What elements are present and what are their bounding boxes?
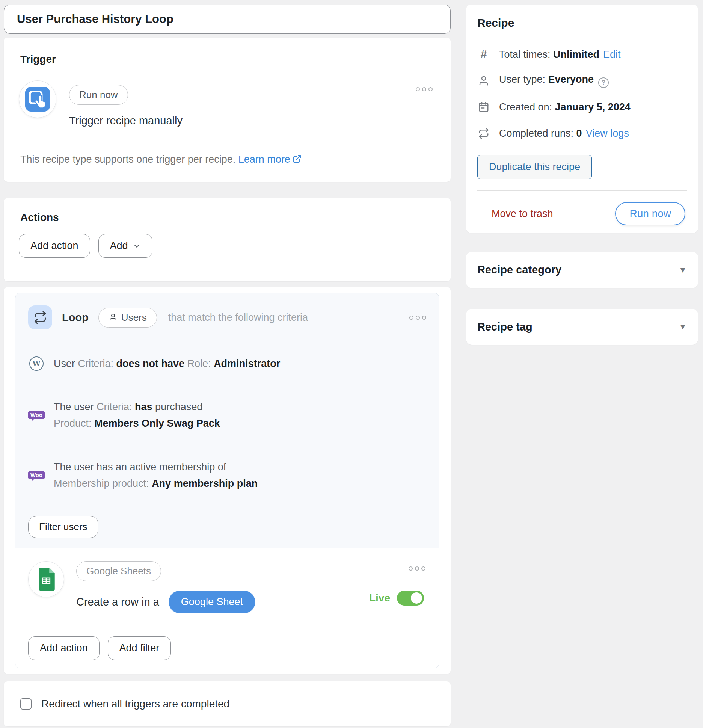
loop-criteria-row-purchase[interactable]: Woo The user Criteria: has purchased Pro…	[15, 385, 439, 445]
wordpress-icon: W	[29, 356, 44, 371]
woocommerce-icon: Woo	[28, 411, 45, 419]
loop-footer-buttons: Add action Add filter	[28, 636, 426, 660]
help-icon[interactable]: ?	[598, 77, 609, 88]
actions-heading: Actions	[20, 211, 434, 224]
add-dropdown-button[interactable]: Add	[98, 234, 152, 258]
google-sheets-icon	[38, 568, 55, 591]
trigger-summary: Run now Trigger recipe manually	[69, 80, 183, 127]
caret-down-icon: ▼	[679, 265, 687, 275]
google-sheets-avatar	[28, 561, 64, 597]
move-to-trash-link[interactable]: Move to trash	[492, 208, 553, 220]
manual-trigger-icon	[25, 87, 50, 112]
recipe-category-heading: Recipe category	[477, 264, 561, 276]
loop-users-label: Users	[121, 312, 147, 323]
loop-subtitle: that match the following criteria	[168, 312, 308, 323]
user-icon	[477, 75, 490, 86]
meta-created-on: Created on: January 5, 2024	[477, 94, 687, 120]
google-sheets-integration-badge: Google Sheets	[76, 561, 161, 581]
loop-add-filter-button[interactable]: Add filter	[108, 636, 171, 660]
trigger-title: Trigger recipe manually	[69, 115, 183, 127]
duplicate-recipe-button[interactable]: Duplicate this recipe	[477, 155, 592, 179]
actions-buttons-row: Add action Add	[19, 234, 436, 258]
loop-action-card: Loop Users that match the following crit…	[4, 287, 451, 674]
criteria-text: The user has an active membership of Mem…	[54, 459, 258, 492]
loop-users-pill[interactable]: Users	[98, 308, 157, 328]
recipe-title-input[interactable]	[4, 5, 451, 34]
sidebar-divider	[477, 190, 687, 191]
caret-down-icon: ▼	[679, 322, 687, 332]
view-logs-link[interactable]: View logs	[586, 128, 629, 139]
loop-card: Loop Users that match the following crit…	[15, 293, 439, 668]
external-link-icon	[293, 154, 302, 163]
hash-icon: #	[477, 48, 490, 61]
redirect-label: Redirect when all triggers are completed	[41, 698, 229, 710]
repeat-icon	[477, 128, 490, 139]
loop-criteria-row-role[interactable]: W User Criteria: does not have Role: Adm…	[15, 342, 439, 385]
trigger-type-badge: Run now	[69, 85, 128, 105]
loop-icon	[28, 305, 52, 329]
add-action-button[interactable]: Add action	[19, 234, 90, 258]
learn-more-link[interactable]: Learn more	[238, 154, 290, 165]
meta-total-times: # Total times: UnlimitedEdit	[477, 41, 687, 68]
run-now-button[interactable]: Run now	[615, 202, 685, 225]
user-icon	[109, 313, 118, 322]
calendar-icon	[477, 101, 490, 113]
trigger-footnote-text: This recipe type supports one trigger pe…	[20, 154, 235, 165]
recipe-category-panel[interactable]: Recipe category ▼	[466, 252, 698, 288]
trigger-card: Trigger Run now Trigger recipe manually …	[4, 38, 451, 182]
loop-criteria-row-membership[interactable]: Woo The user has an active membership of…	[15, 445, 439, 505]
loop-add-action-button[interactable]: Add action	[28, 636, 100, 660]
meta-user-type: User type: Everyone?	[477, 68, 687, 94]
filter-users-button[interactable]: Filter users	[28, 516, 98, 538]
google-sheets-action: Google Sheets Create a row in a Google S…	[15, 548, 439, 668]
chevron-down-icon	[133, 242, 141, 250]
live-toggle[interactable]	[397, 591, 424, 606]
trigger-menu-button[interactable]	[416, 87, 433, 91]
sheets-action-title: Create a row in a	[76, 596, 159, 608]
add-dropdown-label: Add	[110, 240, 128, 252]
recipe-editor-main: Trigger Run now Trigger recipe manually …	[4, 5, 451, 726]
live-status-label: Live	[369, 592, 390, 604]
actions-card: Actions Add action Add	[4, 198, 451, 281]
loop-label: Loop	[62, 311, 89, 324]
google-sheet-token-button[interactable]: Google Sheet	[169, 591, 255, 613]
recipe-settings-card: Recipe # Total times: UnlimitedEdit User…	[466, 5, 698, 233]
sheets-menu-button[interactable]	[409, 566, 425, 571]
criteria-text: User Criteria: does not have Role: Admin…	[54, 355, 280, 372]
criteria-text: The user Criteria: has purchased Product…	[54, 399, 220, 432]
loop-filter-row: Filter users	[15, 505, 439, 548]
loop-menu-button[interactable]	[409, 316, 426, 320]
meta-completed-runs: Completed runs: 0View logs	[477, 120, 687, 147]
trigger-item-row: Run now Trigger recipe manually	[19, 80, 433, 127]
woocommerce-icon: Woo	[28, 471, 45, 479]
trigger-heading: Trigger	[20, 53, 434, 65]
trigger-footnote: This recipe type supports one trigger pe…	[4, 142, 451, 180]
redirect-card: Redirect when all triggers are completed	[4, 681, 451, 726]
recipe-tag-panel[interactable]: Recipe tag ▼	[466, 309, 698, 345]
recipe-panel-heading: Recipe	[477, 5, 687, 29]
trigger-avatar	[19, 80, 56, 118]
redirect-checkbox[interactable]	[20, 698, 32, 710]
recipe-sidebar: Recipe # Total times: UnlimitedEdit User…	[466, 5, 698, 345]
recipe-tag-heading: Recipe tag	[477, 321, 533, 333]
edit-total-times-link[interactable]: Edit	[603, 49, 621, 60]
loop-header: Loop Users that match the following crit…	[15, 293, 439, 342]
